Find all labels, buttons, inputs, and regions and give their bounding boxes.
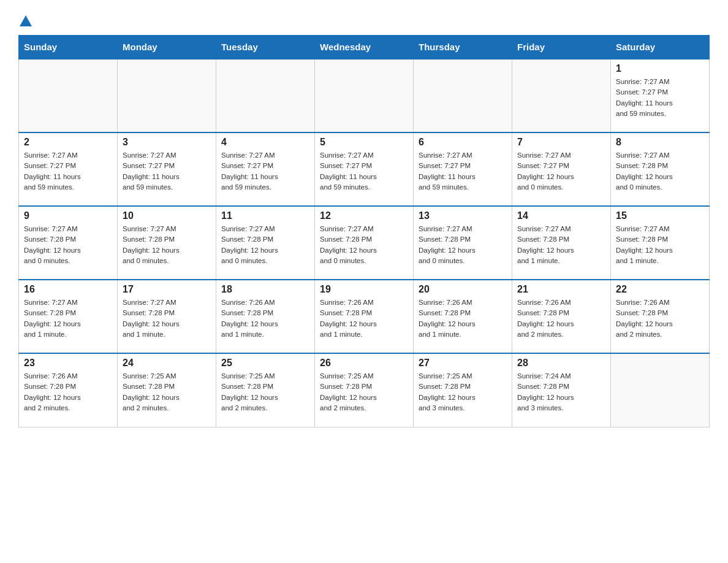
- day-number: 9: [24, 210, 112, 221]
- day-info: Sunrise: 7:25 AM Sunset: 7:28 PM Dayligh…: [123, 371, 211, 413]
- calendar-cell: 6Sunrise: 7:27 AM Sunset: 7:27 PM Daylig…: [414, 132, 512, 206]
- day-info: Sunrise: 7:27 AM Sunset: 7:28 PM Dayligh…: [24, 224, 112, 266]
- day-info: Sunrise: 7:27 AM Sunset: 7:28 PM Dayligh…: [320, 224, 408, 266]
- calendar-cell: 24Sunrise: 7:25 AM Sunset: 7:28 PM Dayli…: [118, 353, 216, 427]
- column-header-thursday: Thursday: [414, 36, 512, 59]
- day-number: 1: [616, 63, 704, 74]
- day-number: 20: [419, 284, 507, 295]
- day-info: Sunrise: 7:27 AM Sunset: 7:27 PM Dayligh…: [123, 150, 211, 193]
- calendar-cell: 1Sunrise: 7:27 AM Sunset: 7:27 PM Daylig…: [611, 59, 710, 132]
- day-info: Sunrise: 7:26 AM Sunset: 7:28 PM Dayligh…: [517, 297, 605, 340]
- day-number: 28: [517, 358, 605, 369]
- calendar-header-row: SundayMondayTuesdayWednesdayThursdayFrid…: [19, 36, 710, 59]
- day-info: Sunrise: 7:27 AM Sunset: 7:27 PM Dayligh…: [320, 150, 408, 193]
- day-info: Sunrise: 7:27 AM Sunset: 7:27 PM Dayligh…: [517, 150, 605, 193]
- day-number: 17: [123, 284, 211, 295]
- calendar-cell: 21Sunrise: 7:26 AM Sunset: 7:28 PM Dayli…: [512, 280, 611, 353]
- day-info: Sunrise: 7:25 AM Sunset: 7:28 PM Dayligh…: [320, 371, 408, 413]
- svg-marker-0: [20, 15, 32, 26]
- day-number: 3: [123, 137, 211, 148]
- day-info: Sunrise: 7:25 AM Sunset: 7:28 PM Dayligh…: [221, 371, 309, 413]
- day-number: 10: [123, 210, 211, 221]
- day-number: 21: [517, 284, 605, 295]
- calendar-cell: [315, 59, 414, 132]
- day-number: 15: [616, 210, 704, 221]
- day-number: 2: [24, 137, 112, 148]
- calendar-cell: 26Sunrise: 7:25 AM Sunset: 7:28 PM Dayli…: [315, 353, 414, 427]
- day-info: Sunrise: 7:27 AM Sunset: 7:27 PM Dayligh…: [419, 150, 507, 193]
- column-header-saturday: Saturday: [611, 36, 710, 59]
- calendar-cell: 16Sunrise: 7:27 AM Sunset: 7:28 PM Dayli…: [19, 280, 118, 353]
- calendar-cell: 7Sunrise: 7:27 AM Sunset: 7:27 PM Daylig…: [512, 132, 611, 206]
- day-number: 4: [221, 137, 309, 148]
- calendar-week-row: 23Sunrise: 7:26 AM Sunset: 7:28 PM Dayli…: [19, 353, 710, 427]
- day-number: 6: [419, 137, 507, 148]
- day-number: 5: [320, 137, 408, 148]
- day-info: Sunrise: 7:27 AM Sunset: 7:28 PM Dayligh…: [221, 224, 309, 266]
- calendar-cell: 11Sunrise: 7:27 AM Sunset: 7:28 PM Dayli…: [216, 206, 315, 280]
- calendar-cell: [414, 59, 512, 132]
- calendar-cell: 2Sunrise: 7:27 AM Sunset: 7:27 PM Daylig…: [19, 132, 118, 206]
- day-number: 8: [616, 137, 704, 148]
- calendar-cell: 4Sunrise: 7:27 AM Sunset: 7:27 PM Daylig…: [216, 132, 315, 206]
- calendar-cell: 17Sunrise: 7:27 AM Sunset: 7:28 PM Dayli…: [118, 280, 216, 353]
- day-info: Sunrise: 7:27 AM Sunset: 7:28 PM Dayligh…: [419, 224, 507, 266]
- calendar-cell: [19, 59, 118, 132]
- calendar-week-row: 16Sunrise: 7:27 AM Sunset: 7:28 PM Dayli…: [19, 280, 710, 353]
- day-info: Sunrise: 7:26 AM Sunset: 7:28 PM Dayligh…: [419, 297, 507, 340]
- column-header-friday: Friday: [512, 36, 611, 59]
- calendar-cell: 5Sunrise: 7:27 AM Sunset: 7:27 PM Daylig…: [315, 132, 414, 206]
- day-info: Sunrise: 7:26 AM Sunset: 7:28 PM Dayligh…: [221, 297, 309, 340]
- calendar-cell: 8Sunrise: 7:27 AM Sunset: 7:28 PM Daylig…: [611, 132, 710, 206]
- day-info: Sunrise: 7:27 AM Sunset: 7:28 PM Dayligh…: [123, 297, 211, 340]
- calendar-cell: 22Sunrise: 7:26 AM Sunset: 7:28 PM Dayli…: [611, 280, 710, 353]
- day-number: 14: [517, 210, 605, 221]
- day-number: 27: [419, 358, 507, 369]
- logo-triangle-icon: [20, 15, 32, 26]
- calendar-week-row: 1Sunrise: 7:27 AM Sunset: 7:27 PM Daylig…: [19, 59, 710, 132]
- calendar-cell: 19Sunrise: 7:26 AM Sunset: 7:28 PM Dayli…: [315, 280, 414, 353]
- column-header-tuesday: Tuesday: [216, 36, 315, 59]
- logo: [18, 12, 32, 29]
- day-info: Sunrise: 7:27 AM Sunset: 7:28 PM Dayligh…: [517, 224, 605, 266]
- day-info: Sunrise: 7:26 AM Sunset: 7:28 PM Dayligh…: [616, 297, 704, 340]
- calendar-week-row: 2Sunrise: 7:27 AM Sunset: 7:27 PM Daylig…: [19, 132, 710, 206]
- calendar-cell: [611, 353, 710, 427]
- day-number: 13: [419, 210, 507, 221]
- day-number: 24: [123, 358, 211, 369]
- day-info: Sunrise: 7:27 AM Sunset: 7:27 PM Dayligh…: [616, 77, 704, 119]
- day-info: Sunrise: 7:26 AM Sunset: 7:28 PM Dayligh…: [320, 297, 408, 340]
- calendar-cell: [216, 59, 315, 132]
- day-number: 18: [221, 284, 309, 295]
- day-info: Sunrise: 7:27 AM Sunset: 7:28 PM Dayligh…: [616, 150, 704, 193]
- day-info: Sunrise: 7:27 AM Sunset: 7:28 PM Dayligh…: [24, 297, 112, 340]
- calendar-cell: 27Sunrise: 7:25 AM Sunset: 7:28 PM Dayli…: [414, 353, 512, 427]
- day-info: Sunrise: 7:27 AM Sunset: 7:28 PM Dayligh…: [123, 224, 211, 266]
- calendar-cell: 15Sunrise: 7:27 AM Sunset: 7:28 PM Dayli…: [611, 206, 710, 280]
- day-info: Sunrise: 7:27 AM Sunset: 7:27 PM Dayligh…: [221, 150, 309, 193]
- calendar-table: SundayMondayTuesdayWednesdayThursdayFrid…: [18, 35, 710, 427]
- day-number: 26: [320, 358, 408, 369]
- day-number: 7: [517, 137, 605, 148]
- calendar-cell: 28Sunrise: 7:24 AM Sunset: 7:28 PM Dayli…: [512, 353, 611, 427]
- calendar-cell: 12Sunrise: 7:27 AM Sunset: 7:28 PM Dayli…: [315, 206, 414, 280]
- calendar-cell: 23Sunrise: 7:26 AM Sunset: 7:28 PM Dayli…: [19, 353, 118, 427]
- day-number: 16: [24, 284, 112, 295]
- calendar-cell: 25Sunrise: 7:25 AM Sunset: 7:28 PM Dayli…: [216, 353, 315, 427]
- calendar-cell: 14Sunrise: 7:27 AM Sunset: 7:28 PM Dayli…: [512, 206, 611, 280]
- calendar-cell: [512, 59, 611, 132]
- column-header-monday: Monday: [118, 36, 216, 59]
- day-number: 23: [24, 358, 112, 369]
- calendar-cell: 9Sunrise: 7:27 AM Sunset: 7:28 PM Daylig…: [19, 206, 118, 280]
- page-header: [18, 12, 710, 29]
- day-info: Sunrise: 7:27 AM Sunset: 7:28 PM Dayligh…: [616, 224, 704, 266]
- calendar-week-row: 9Sunrise: 7:27 AM Sunset: 7:28 PM Daylig…: [19, 206, 710, 280]
- day-info: Sunrise: 7:26 AM Sunset: 7:28 PM Dayligh…: [24, 371, 112, 413]
- day-number: 19: [320, 284, 408, 295]
- calendar-cell: [118, 59, 216, 132]
- calendar-cell: 18Sunrise: 7:26 AM Sunset: 7:28 PM Dayli…: [216, 280, 315, 353]
- day-info: Sunrise: 7:24 AM Sunset: 7:28 PM Dayligh…: [517, 371, 605, 413]
- day-number: 22: [616, 284, 704, 295]
- calendar-cell: 3Sunrise: 7:27 AM Sunset: 7:27 PM Daylig…: [118, 132, 216, 206]
- day-info: Sunrise: 7:27 AM Sunset: 7:27 PM Dayligh…: [24, 150, 112, 193]
